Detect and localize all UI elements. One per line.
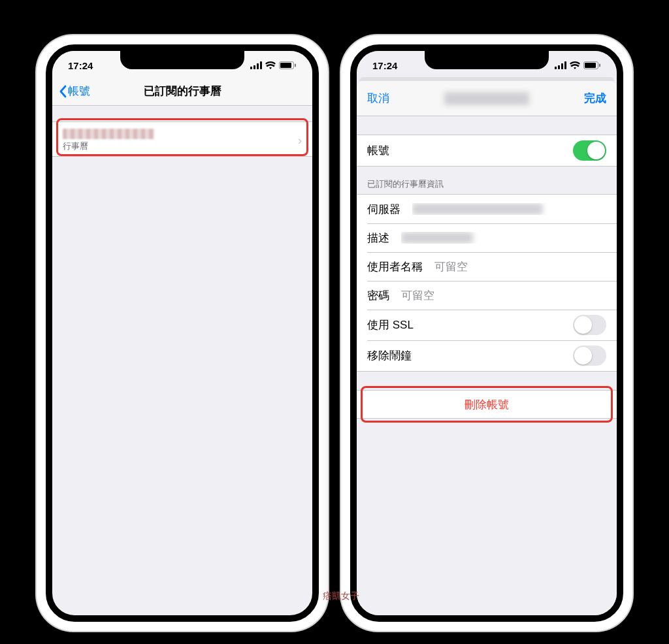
- cellular-icon: [250, 61, 262, 69]
- cancel-button[interactable]: 取消: [367, 91, 389, 106]
- status-time: 17:24: [68, 60, 93, 71]
- nav-bar: 帳號 已訂閱的行事曆: [52, 77, 312, 106]
- wifi-icon: [265, 61, 276, 69]
- username-placeholder: 可留空: [434, 259, 606, 274]
- back-button[interactable]: 帳號: [59, 84, 90, 99]
- svg-rect-5: [280, 63, 291, 68]
- delete-account-label: 刪除帳號: [465, 397, 509, 412]
- ssl-row: 使用 SSL: [357, 310, 617, 340]
- section-header: 已訂閱的行事曆資訊: [357, 167, 617, 194]
- svg-rect-8: [558, 65, 560, 69]
- phone-left: 17:24 帳號 已訂閱的行事: [37, 35, 328, 631]
- phone-right: 17:24 取消 完成: [341, 35, 632, 631]
- watermark: 痞凱女子: [323, 590, 359, 602]
- done-button[interactable]: 完成: [584, 91, 606, 106]
- svg-rect-10: [564, 61, 566, 69]
- page-title: 已訂閱的行事曆: [144, 84, 221, 99]
- svg-rect-6: [295, 64, 296, 67]
- modal-nav: 取消 完成: [357, 81, 617, 116]
- description-label: 描述: [367, 231, 389, 246]
- svg-rect-13: [599, 64, 600, 67]
- description-value-redacted: [401, 232, 473, 244]
- battery-icon: [279, 61, 297, 69]
- password-placeholder: 可留空: [401, 288, 606, 303]
- back-label: 帳號: [68, 84, 90, 99]
- calendar-name-redacted: [63, 129, 154, 139]
- description-row[interactable]: 描述: [357, 223, 617, 252]
- remove-alarm-toggle[interactable]: [573, 346, 606, 366]
- account-toggle-row: 帳號: [357, 135, 617, 166]
- notch: [120, 51, 244, 69]
- remove-alarm-label: 移除鬧鐘: [367, 348, 412, 363]
- svg-rect-1: [253, 65, 255, 69]
- server-value-redacted: [412, 203, 543, 215]
- svg-rect-2: [257, 63, 259, 69]
- cellular-icon: [555, 61, 566, 69]
- chevron-right-icon: ›: [298, 134, 302, 148]
- account-toggle[interactable]: [573, 140, 606, 161]
- calendar-sublabel: 行事曆: [63, 140, 298, 152]
- password-label: 密碼: [367, 288, 389, 303]
- server-row[interactable]: 伺服器: [357, 195, 617, 223]
- svg-rect-0: [250, 67, 252, 69]
- modal-title-redacted: [444, 92, 529, 105]
- remove-alarm-row: 移除鬧鐘: [357, 340, 617, 371]
- username-row[interactable]: 使用者名稱 可留空: [357, 252, 617, 281]
- server-label: 伺服器: [367, 202, 400, 217]
- notch: [425, 51, 549, 69]
- username-label: 使用者名稱: [367, 259, 423, 274]
- svg-rect-12: [585, 63, 596, 68]
- status-time: 17:24: [372, 60, 397, 71]
- svg-rect-7: [555, 67, 557, 69]
- password-row[interactable]: 密碼 可留空: [357, 281, 617, 310]
- svg-rect-9: [561, 63, 563, 69]
- svg-rect-3: [260, 61, 262, 69]
- battery-icon: [583, 61, 601, 69]
- ssl-label: 使用 SSL: [367, 317, 414, 332]
- account-label: 帳號: [367, 143, 389, 158]
- wifi-icon: [570, 61, 580, 69]
- chevron-left-icon: [59, 85, 67, 98]
- delete-account-button[interactable]: 刪除帳號: [357, 390, 617, 419]
- ssl-toggle[interactable]: [573, 315, 606, 335]
- subscribed-calendar-row[interactable]: 行事曆 ›: [52, 122, 312, 156]
